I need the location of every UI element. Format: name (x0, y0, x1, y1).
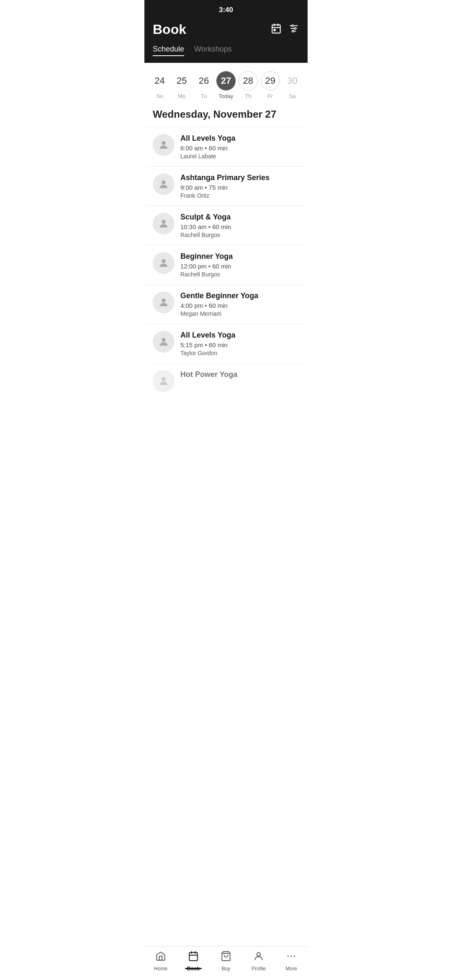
class-item[interactable]: Ashtanga Primary Series 9:00 am • 75 min… (144, 166, 308, 206)
svg-point-10 (292, 30, 294, 32)
class-instructor: Laurel Labate (180, 153, 299, 160)
tab-workshops[interactable]: Workshops (194, 45, 232, 56)
svg-point-13 (162, 220, 165, 224)
class-time: 9:00 am • 75 min (180, 184, 299, 191)
date-heading: Wednesday, November 27 (144, 103, 308, 127)
day-item-30[interactable]: 30 Sa (282, 71, 303, 99)
day-number-24: 24 (150, 71, 169, 90)
class-instructor: Rachell Burgos (180, 271, 299, 278)
class-time: 10:30 am • 60 min (180, 223, 299, 230)
day-name-25: Mo (178, 93, 185, 99)
class-instructor: Frank Ortiz (180, 192, 299, 199)
class-name: All Levels Yoga (180, 134, 299, 143)
day-name-30: Sa (289, 93, 296, 99)
avatar (153, 291, 175, 313)
class-instructor: Megan Merriam (180, 310, 299, 317)
avatar (153, 370, 175, 392)
class-name: Beginner Yoga (180, 252, 299, 261)
header-actions (271, 23, 299, 36)
class-instructor: Rachell Burgos (180, 232, 299, 238)
day-name-28: Th (245, 93, 251, 99)
class-time: 5:15 pm • 60 min (180, 341, 299, 348)
svg-rect-4 (274, 29, 275, 31)
class-info: Sculpt & Yoga 10:30 am • 60 min Rachell … (180, 213, 299, 238)
tab-bar: Schedule Workshops (144, 45, 308, 63)
svg-point-9 (294, 27, 296, 29)
svg-point-8 (292, 25, 293, 26)
day-item-29[interactable]: 29 Fr (260, 71, 281, 99)
avatar (153, 213, 175, 235)
svg-point-17 (162, 377, 165, 381)
svg-rect-0 (272, 25, 280, 33)
svg-point-16 (162, 338, 165, 342)
svg-point-12 (162, 181, 165, 184)
class-item[interactable]: All Levels Yoga 6:00 am • 60 min Laurel … (144, 127, 308, 166)
class-list: All Levels Yoga 6:00 am • 60 min Laurel … (144, 127, 308, 399)
day-number-25: 25 (172, 71, 191, 90)
day-item-25[interactable]: 25 Mo (171, 71, 192, 99)
class-time: 4:00 pm • 60 min (180, 302, 299, 309)
day-item-24[interactable]: 24 Su (149, 71, 170, 99)
day-number-30: 30 (282, 71, 302, 90)
class-info: Ashtanga Primary Series 9:00 am • 75 min… (180, 173, 299, 199)
page-content: 24 Su 25 Mo 26 Tu 27 Today 28 Th 29 Fr (144, 63, 308, 432)
status-bar: 3:40 (144, 0, 308, 18)
class-info: All Levels Yoga 6:00 am • 60 min Laurel … (180, 134, 299, 160)
avatar (153, 331, 175, 353)
page-title: Book (153, 22, 186, 37)
class-name: Ashtanga Primary Series (180, 173, 299, 182)
class-item[interactable]: All Levels Yoga 5:15 pm • 60 min Taylor … (144, 324, 308, 363)
day-name-26: Tu (201, 93, 207, 99)
class-item[interactable]: Gentle Beginner Yoga 4:00 pm • 60 min Me… (144, 284, 308, 324)
class-item[interactable]: Beginner Yoga 12:00 pm • 60 min Rachell … (144, 245, 308, 284)
class-name: Sculpt & Yoga (180, 213, 299, 222)
class-time: 6:00 am • 60 min (180, 144, 299, 152)
class-time: 12:00 pm • 60 min (180, 263, 299, 270)
header: Book (144, 18, 308, 45)
day-name-29: Fr (268, 93, 273, 99)
avatar (153, 173, 175, 195)
status-time: 3:40 (219, 6, 233, 14)
calendar-strip: 24 Su 25 Mo 26 Tu 27 Today 28 Th 29 Fr (144, 63, 308, 103)
avatar (153, 252, 175, 274)
class-name: Gentle Beginner Yoga (180, 291, 299, 300)
day-number-26: 26 (194, 71, 213, 90)
day-name-27: Today (219, 93, 234, 99)
class-name: All Levels Yoga (180, 331, 299, 340)
class-info: All Levels Yoga 5:15 pm • 60 min Taylor … (180, 331, 299, 356)
class-item-partial[interactable]: Hot Power Yoga (144, 363, 308, 399)
svg-point-11 (162, 141, 165, 145)
day-name-24: Su (156, 93, 163, 99)
class-info: Hot Power Yoga (180, 370, 299, 381)
day-item-28[interactable]: 28 Th (238, 71, 259, 99)
class-info: Gentle Beginner Yoga 4:00 pm • 60 min Me… (180, 291, 299, 317)
class-info: Beginner Yoga 12:00 pm • 60 min Rachell … (180, 252, 299, 278)
svg-point-15 (162, 299, 165, 302)
svg-point-14 (162, 259, 165, 263)
day-number-28: 28 (239, 71, 258, 90)
class-instructor: Taylor Gordon (180, 350, 299, 356)
tab-schedule[interactable]: Schedule (153, 45, 184, 56)
class-item[interactable]: Sculpt & Yoga 10:30 am • 60 min Rachell … (144, 206, 308, 245)
class-name: Hot Power Yoga (180, 370, 299, 379)
day-item-26[interactable]: 26 Tu (193, 71, 214, 99)
day-number-29: 29 (261, 71, 280, 90)
day-item-27[interactable]: 27 Today (216, 71, 236, 99)
avatar (153, 134, 175, 156)
filter-icon[interactable] (288, 23, 299, 36)
day-number-27: 27 (216, 71, 236, 90)
calendar-icon[interactable] (271, 23, 282, 36)
